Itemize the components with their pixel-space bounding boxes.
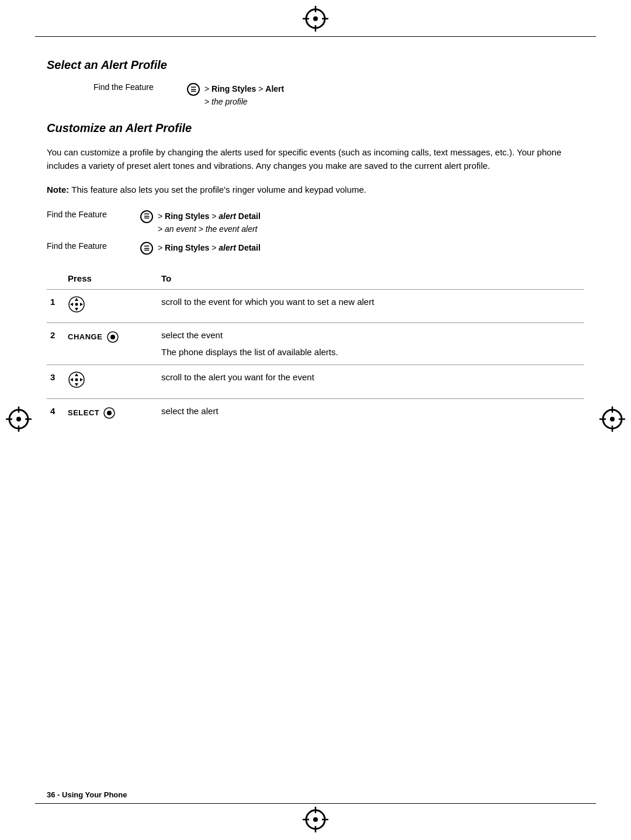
detail-bold-3: Detail	[236, 243, 261, 252]
the-profile-italic: the profile	[212, 97, 247, 106]
find-feature-row-1: Find the Feature ☰ > Ring Styles > Alert…	[93, 82, 584, 109]
row2-change-label: CHANGE	[68, 332, 102, 341]
dot-icon-4	[103, 407, 116, 419]
to-header-label: To	[161, 273, 171, 283]
find-feature-path-2: > Ring Styles > alert Detail > an event …	[158, 210, 261, 236]
body-text: You can customize a profile by changing …	[47, 145, 584, 173]
path-line1: > Ring Styles > Alert	[204, 82, 284, 95]
crosshair-left	[6, 407, 32, 434]
row4-num: 4	[47, 398, 64, 425]
row3-num-val: 3	[50, 372, 55, 382]
row1-num: 1	[47, 289, 64, 323]
find-feature-path-3: > Ring Styles > alert Detail	[158, 241, 261, 254]
svg-point-11	[313, 817, 318, 822]
table-row: 2 CHANGE select the event The phone disp…	[47, 323, 584, 365]
table-row: 3 scroll to the alert you want for the e…	[47, 365, 584, 399]
svg-point-5	[313, 16, 318, 21]
col-to-header: To	[158, 266, 584, 289]
svg-point-31	[110, 335, 115, 339]
top-rule	[35, 36, 596, 37]
col-num-header	[47, 266, 64, 289]
bottom-rule	[35, 803, 596, 804]
alert-bold-1: Alert	[265, 84, 284, 93]
alert-bold-italic-3: alert	[219, 243, 236, 252]
alert-bold-italic-2: alert	[219, 211, 236, 221]
section2-title: Customize an Alert Profile	[47, 122, 584, 135]
nav-icon-1	[68, 296, 85, 313]
row4-press: SELECT	[64, 398, 158, 425]
row1-press	[64, 289, 158, 323]
table-row: 4 SELECT select the alert	[47, 398, 584, 425]
svg-point-29	[75, 303, 78, 306]
crosshair-right	[599, 407, 625, 434]
svg-marker-26	[75, 308, 78, 311]
svg-marker-33	[75, 373, 78, 376]
footer-text: 36 - Using Your Phone	[47, 790, 127, 799]
svg-point-39	[107, 411, 112, 415]
note-label: Note:	[47, 185, 69, 195]
row3-press	[64, 365, 158, 399]
svg-point-17	[16, 417, 21, 422]
find-feature-label-2: Find the Feature	[47, 210, 140, 219]
crosshair-top	[303, 6, 328, 33]
note-text: Note: This feature also lets you set the…	[47, 183, 584, 196]
main-content: Select an Alert Profile Find the Feature…	[47, 58, 584, 770]
note-body: This feature also lets you set the profi…	[71, 185, 366, 195]
menu-icon-2: ☰	[140, 210, 153, 223]
svg-point-37	[75, 379, 78, 381]
table-row: 1 scroll to the event for which you wan	[47, 289, 584, 323]
svg-marker-35	[70, 378, 73, 381]
path3-line1: > Ring Styles > alert Detail	[158, 241, 261, 254]
row3-num: 3	[47, 365, 64, 399]
an-event-italic: an event	[165, 224, 196, 234]
ring-styles-bold-1: Ring Styles	[212, 84, 256, 93]
page: Select an Alert Profile Find the Feature…	[0, 0, 631, 840]
row4-to: select the alert	[158, 398, 584, 425]
event-alert-italic: the event alert	[206, 224, 258, 234]
find-feature-path-1: > Ring Styles > Alert > the profile	[204, 82, 284, 109]
alert-italic-2: alert	[219, 211, 236, 221]
svg-marker-27	[70, 303, 73, 306]
menu-icon-1: ☰	[187, 83, 200, 96]
row2-press: CHANGE	[64, 323, 158, 365]
find-feature-label-3: Find the Feature	[47, 241, 140, 251]
press-header-label: Press	[68, 273, 92, 283]
row2-to-line2: The phone displays the list of available…	[161, 346, 581, 359]
svg-marker-28	[80, 303, 83, 306]
svg-point-23	[610, 417, 615, 422]
row1-to: scroll to the event for which you want t…	[158, 289, 584, 323]
detail-bold-2: Detail	[236, 211, 261, 221]
svg-marker-36	[80, 378, 83, 381]
path2-line2: > an event > the event alert	[158, 223, 261, 235]
path-line2: > the profile	[204, 95, 284, 108]
svg-marker-25	[75, 298, 78, 301]
alert-italic-3: alert	[219, 243, 236, 252]
steps-table: Press To 1	[47, 266, 584, 425]
section1-title: Select an Alert Profile	[47, 58, 584, 72]
nav-icon-3	[68, 371, 85, 388]
ring-styles-bold-2: Ring Styles	[165, 211, 209, 221]
crosshair-bottom	[303, 807, 328, 834]
col-press-header: Press	[64, 266, 158, 289]
path2-line1: > Ring Styles > alert Detail	[158, 210, 261, 223]
find-feature-row-2: Find the Feature ☰ > Ring Styles > alert…	[47, 210, 584, 236]
find-feature-row-3: Find the Feature ☰ > Ring Styles > alert…	[47, 241, 584, 255]
table-header-row: Press To	[47, 266, 584, 289]
dot-icon-2	[106, 331, 119, 343]
find-feature-label-1: Find the Feature	[93, 82, 187, 92]
row1-num-val: 1	[50, 297, 55, 307]
footer: 36 - Using Your Phone	[47, 790, 127, 799]
row2-to: select the event The phone displays the …	[158, 323, 584, 365]
svg-marker-34	[75, 383, 78, 386]
row2-to-line1: select the event	[161, 329, 581, 342]
row3-to: scroll to the alert you want for the eve…	[158, 365, 584, 399]
row4-num-val: 4	[50, 406, 55, 416]
row2-num-val: 2	[50, 330, 55, 340]
row2-num: 2	[47, 323, 64, 365]
menu-icon-3: ☰	[140, 242, 153, 255]
row4-select-label: SELECT	[68, 408, 99, 417]
ring-styles-bold-3: Ring Styles	[165, 243, 209, 252]
